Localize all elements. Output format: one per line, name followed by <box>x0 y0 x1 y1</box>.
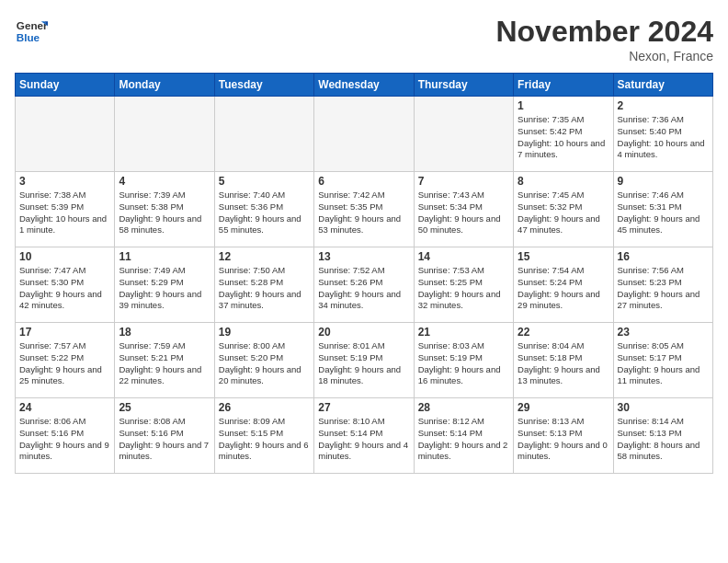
calendar-cell: 9Sunrise: 7:46 AM Sunset: 5:31 PM Daylig… <box>613 172 712 247</box>
day-number: 10 <box>19 250 110 263</box>
day-number: 21 <box>418 326 509 339</box>
location: Nexon, France <box>495 49 713 63</box>
day-number: 16 <box>618 250 709 263</box>
calendar-cell <box>214 97 313 172</box>
cell-content: Sunrise: 8:13 AM Sunset: 5:13 PM Dayligh… <box>518 416 609 463</box>
header-tuesday: Tuesday <box>214 74 313 97</box>
day-number: 1 <box>518 99 609 112</box>
calendar-cell: 25Sunrise: 8:08 AM Sunset: 5:16 PM Dayli… <box>115 398 214 474</box>
day-number: 8 <box>518 175 609 188</box>
calendar-cell: 23Sunrise: 8:05 AM Sunset: 5:17 PM Dayli… <box>613 323 712 398</box>
calendar-cell: 28Sunrise: 8:12 AM Sunset: 5:14 PM Dayli… <box>414 398 513 474</box>
day-number: 24 <box>19 401 110 414</box>
header-thursday: Thursday <box>414 74 513 97</box>
day-number: 5 <box>219 175 310 188</box>
calendar-cell: 4Sunrise: 7:39 AM Sunset: 5:38 PM Daylig… <box>115 172 214 247</box>
title-block: November 2024 Nexon, France <box>495 15 713 63</box>
logo-icon: General Blue <box>15 15 48 48</box>
cell-content: Sunrise: 7:49 AM Sunset: 5:29 PM Dayligh… <box>119 265 210 312</box>
calendar-cell: 18Sunrise: 7:59 AM Sunset: 5:21 PM Dayli… <box>115 323 214 398</box>
calendar-cell: 20Sunrise: 8:01 AM Sunset: 5:19 PM Dayli… <box>314 323 414 398</box>
calendar-cell: 8Sunrise: 7:45 AM Sunset: 5:32 PM Daylig… <box>514 172 613 247</box>
day-number: 28 <box>418 401 509 414</box>
cell-content: Sunrise: 8:05 AM Sunset: 5:17 PM Dayligh… <box>618 340 709 387</box>
day-number: 19 <box>219 326 310 339</box>
cell-content: Sunrise: 8:06 AM Sunset: 5:16 PM Dayligh… <box>19 416 110 463</box>
day-number: 15 <box>518 250 609 263</box>
cell-content: Sunrise: 7:53 AM Sunset: 5:25 PM Dayligh… <box>418 265 509 312</box>
calendar-cell: 7Sunrise: 7:43 AM Sunset: 5:34 PM Daylig… <box>414 172 513 247</box>
calendar-cell: 10Sunrise: 7:47 AM Sunset: 5:30 PM Dayli… <box>16 247 115 323</box>
header-saturday: Saturday <box>613 74 712 97</box>
day-number: 20 <box>318 326 409 339</box>
calendar-cell: 15Sunrise: 7:54 AM Sunset: 5:24 PM Dayli… <box>514 247 613 323</box>
calendar-cell: 19Sunrise: 8:00 AM Sunset: 5:20 PM Dayli… <box>214 323 313 398</box>
cell-content: Sunrise: 8:12 AM Sunset: 5:14 PM Dayligh… <box>418 416 509 463</box>
calendar: Sunday Monday Tuesday Wednesday Thursday… <box>15 73 713 474</box>
week-row-2: 3Sunrise: 7:38 AM Sunset: 5:39 PM Daylig… <box>16 172 713 247</box>
day-number: 17 <box>19 326 110 339</box>
cell-content: Sunrise: 7:40 AM Sunset: 5:36 PM Dayligh… <box>219 190 310 236</box>
day-number: 14 <box>418 250 509 263</box>
calendar-cell <box>16 97 115 172</box>
calendar-cell: 17Sunrise: 7:57 AM Sunset: 5:22 PM Dayli… <box>16 323 115 398</box>
cell-content: Sunrise: 8:10 AM Sunset: 5:14 PM Dayligh… <box>318 416 409 463</box>
day-number: 11 <box>119 250 210 263</box>
cell-content: Sunrise: 8:01 AM Sunset: 5:19 PM Dayligh… <box>318 340 409 387</box>
day-number: 25 <box>119 401 210 414</box>
calendar-cell: 12Sunrise: 7:50 AM Sunset: 5:28 PM Dayli… <box>214 247 313 323</box>
logo: General Blue <box>15 15 48 48</box>
day-number: 23 <box>618 326 709 339</box>
cell-content: Sunrise: 7:36 AM Sunset: 5:40 PM Dayligh… <box>618 114 709 161</box>
day-number: 6 <box>318 175 409 188</box>
day-number: 9 <box>618 175 709 188</box>
day-number: 2 <box>618 99 709 112</box>
calendar-cell: 26Sunrise: 8:09 AM Sunset: 5:15 PM Dayli… <box>214 398 313 474</box>
cell-content: Sunrise: 8:03 AM Sunset: 5:19 PM Dayligh… <box>418 340 509 387</box>
cell-content: Sunrise: 8:08 AM Sunset: 5:16 PM Dayligh… <box>119 416 210 463</box>
day-number: 26 <box>219 401 310 414</box>
cell-content: Sunrise: 7:39 AM Sunset: 5:38 PM Dayligh… <box>119 190 210 236</box>
header-wednesday: Wednesday <box>314 74 414 97</box>
cell-content: Sunrise: 7:45 AM Sunset: 5:32 PM Dayligh… <box>518 190 609 236</box>
week-row-1: 1Sunrise: 7:35 AM Sunset: 5:42 PM Daylig… <box>16 97 713 172</box>
header-sunday: Sunday <box>16 74 115 97</box>
svg-text:Blue: Blue <box>17 31 40 43</box>
cell-content: Sunrise: 7:50 AM Sunset: 5:28 PM Dayligh… <box>219 265 310 312</box>
day-number: 4 <box>119 175 210 188</box>
cell-content: Sunrise: 8:00 AM Sunset: 5:20 PM Dayligh… <box>219 340 310 387</box>
day-number: 29 <box>518 401 609 414</box>
cell-content: Sunrise: 7:47 AM Sunset: 5:30 PM Dayligh… <box>19 265 110 312</box>
calendar-cell: 16Sunrise: 7:56 AM Sunset: 5:23 PM Dayli… <box>613 247 712 323</box>
calendar-cell <box>414 97 513 172</box>
cell-content: Sunrise: 8:14 AM Sunset: 5:13 PM Dayligh… <box>618 416 709 463</box>
cell-content: Sunrise: 7:38 AM Sunset: 5:39 PM Dayligh… <box>19 190 110 236</box>
cell-content: Sunrise: 8:09 AM Sunset: 5:15 PM Dayligh… <box>219 416 310 463</box>
week-row-5: 24Sunrise: 8:06 AM Sunset: 5:16 PM Dayli… <box>16 398 713 474</box>
calendar-cell: 14Sunrise: 7:53 AM Sunset: 5:25 PM Dayli… <box>414 247 513 323</box>
month-title: November 2024 <box>495 15 713 49</box>
day-number: 30 <box>618 401 709 414</box>
calendar-cell: 27Sunrise: 8:10 AM Sunset: 5:14 PM Dayli… <box>314 398 414 474</box>
calendar-cell: 5Sunrise: 7:40 AM Sunset: 5:36 PM Daylig… <box>214 172 313 247</box>
week-row-3: 10Sunrise: 7:47 AM Sunset: 5:30 PM Dayli… <box>16 247 713 323</box>
calendar-cell: 29Sunrise: 8:13 AM Sunset: 5:13 PM Dayli… <box>514 398 613 474</box>
cell-content: Sunrise: 8:04 AM Sunset: 5:18 PM Dayligh… <box>518 340 609 387</box>
calendar-cell: 30Sunrise: 8:14 AM Sunset: 5:13 PM Dayli… <box>613 398 712 474</box>
calendar-cell: 2Sunrise: 7:36 AM Sunset: 5:40 PM Daylig… <box>613 97 712 172</box>
cell-content: Sunrise: 7:56 AM Sunset: 5:23 PM Dayligh… <box>618 265 709 312</box>
cell-content: Sunrise: 7:57 AM Sunset: 5:22 PM Dayligh… <box>19 340 110 387</box>
day-number: 13 <box>318 250 409 263</box>
day-number: 3 <box>19 175 110 188</box>
day-number: 12 <box>219 250 310 263</box>
calendar-cell <box>115 97 214 172</box>
calendar-cell: 3Sunrise: 7:38 AM Sunset: 5:39 PM Daylig… <box>16 172 115 247</box>
header-monday: Monday <box>115 74 214 97</box>
calendar-cell: 6Sunrise: 7:42 AM Sunset: 5:35 PM Daylig… <box>314 172 414 247</box>
calendar-cell: 21Sunrise: 8:03 AM Sunset: 5:19 PM Dayli… <box>414 323 513 398</box>
header-friday: Friday <box>514 74 613 97</box>
calendar-cell: 13Sunrise: 7:52 AM Sunset: 5:26 PM Dayli… <box>314 247 414 323</box>
cell-content: Sunrise: 7:42 AM Sunset: 5:35 PM Dayligh… <box>318 190 409 236</box>
header: General Blue November 2024 Nexon, France <box>15 15 713 63</box>
day-number: 22 <box>518 326 609 339</box>
